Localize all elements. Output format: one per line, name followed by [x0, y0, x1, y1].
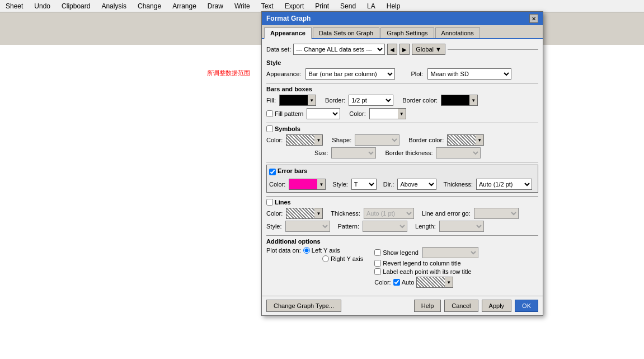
- apply-button[interactable]: Apply: [482, 300, 512, 312]
- dataset-label: Data set:: [266, 46, 291, 53]
- lines-checkbox[interactable]: [266, 199, 273, 206]
- menu-export[interactable]: Export: [279, 1, 310, 11]
- bars-color-picker[interactable]: ▼: [369, 108, 406, 119]
- dataset-select[interactable]: --- Change ALL data sets ---: [293, 44, 385, 55]
- ok-button[interactable]: OK: [515, 300, 538, 312]
- border-select[interactable]: 1/2 pt 1 pt 2 pt: [349, 95, 393, 106]
- lines-pattern-select[interactable]: [363, 221, 407, 232]
- menu-la[interactable]: LA: [361, 1, 381, 11]
- lines-thickness-select[interactable]: Auto (1 pt): [364, 208, 414, 219]
- left-y-radio[interactable]: [303, 247, 310, 254]
- menu-draw[interactable]: Draw: [202, 1, 229, 11]
- menu-clipboard[interactable]: Clipboard: [56, 1, 96, 11]
- tab-appearance[interactable]: Appearance: [264, 27, 312, 39]
- sym-color-label: Color:: [266, 137, 283, 143]
- eb-thickness-select[interactable]: Auto (1/2 pt) Auto (1 pt) 1/2 pt: [476, 179, 532, 190]
- fill-color-arrow[interactable]: ▼: [308, 95, 316, 105]
- label-each-point-checkbox[interactable]: [374, 268, 381, 275]
- sym-shape-select[interactable]: [355, 134, 399, 146]
- revert-legend-checkbox-label[interactable]: Revert legend to column title: [374, 260, 478, 267]
- color-label-additional: Color:: [374, 279, 391, 286]
- tab-annotations[interactable]: Annotations: [435, 27, 480, 38]
- cancel-button[interactable]: Cancel: [444, 300, 478, 312]
- dataset-next-button[interactable]: ▶: [399, 44, 410, 55]
- plot-select[interactable]: Mean with SD Mean with SEM Mean with 95%…: [427, 68, 511, 80]
- label-each-point-checkbox-label[interactable]: Label each point with its row title: [374, 268, 478, 275]
- additional-color-picker[interactable]: ▼: [416, 277, 453, 288]
- right-y-radio[interactable]: [322, 255, 329, 262]
- right-y-radio-label[interactable]: Right Y axis: [322, 255, 363, 262]
- menu-undo[interactable]: Undo: [29, 1, 56, 11]
- additional-color-arrow[interactable]: ▼: [445, 277, 453, 287]
- lines-color-arrow[interactable]: ▼: [314, 208, 322, 218]
- error-bars-checkbox-label[interactable]: Error bars: [269, 167, 307, 176]
- bars-color-swatch[interactable]: [370, 109, 398, 119]
- lines-color-picker[interactable]: ▼: [286, 208, 323, 219]
- menu-print[interactable]: Print: [309, 1, 335, 11]
- eb-dir-select[interactable]: Above Below Both: [397, 179, 436, 190]
- symbols-checkbox-label[interactable]: Symbols: [266, 125, 538, 132]
- global-button[interactable]: Global ▼: [412, 44, 445, 55]
- eb-color-swatch[interactable]: [289, 179, 317, 189]
- menu-send[interactable]: Send: [335, 1, 361, 11]
- fill-pattern-select[interactable]: [307, 108, 340, 119]
- menu-write[interactable]: Write: [229, 1, 256, 11]
- auto-checkbox-label[interactable]: Auto: [393, 279, 415, 286]
- bars-color-arrow[interactable]: ▼: [398, 109, 406, 119]
- border-color-arrow[interactable]: ▼: [469, 95, 477, 105]
- dialog-title-text: Format Graph: [266, 15, 311, 22]
- tab-data-sets[interactable]: Data Sets on Graph: [313, 27, 379, 38]
- change-graph-type-button[interactable]: Change Graph Type...: [266, 300, 341, 312]
- left-y-label: Left Y axis: [312, 247, 340, 254]
- sym-size-select[interactable]: [331, 147, 376, 158]
- menu-help[interactable]: Help: [381, 1, 406, 11]
- menu-text[interactable]: Text: [256, 1, 279, 11]
- border-color-picker[interactable]: ▼: [441, 95, 478, 106]
- sym-color-picker[interactable]: ▼: [286, 134, 323, 146]
- menu-analysis[interactable]: Analysis: [96, 1, 132, 11]
- revert-legend-checkbox[interactable]: [374, 260, 381, 267]
- lines-checkbox-label[interactable]: Lines: [266, 199, 538, 206]
- sym-border-color-arrow[interactable]: ▼: [476, 135, 483, 145]
- show-legend-checkbox-label[interactable]: Show legend: [374, 247, 478, 258]
- fill-pattern-checkbox[interactable]: [266, 110, 273, 117]
- eb-color-picker[interactable]: ▼: [289, 179, 326, 190]
- additional-color-swatch[interactable]: [417, 277, 445, 287]
- sym-border-color-label: Border color:: [408, 137, 444, 143]
- menu-sheet[interactable]: Sheet: [0, 1, 29, 11]
- lines-thickness-label: Thickness:: [331, 210, 360, 217]
- lines-color-swatch[interactable]: [286, 208, 314, 218]
- fill-pattern-checkbox-label[interactable]: Fill pattern: [266, 110, 303, 117]
- sym-color-swatch[interactable]: [286, 135, 314, 145]
- auto-checkbox[interactable]: [393, 279, 400, 286]
- fill-color-picker[interactable]: ▼: [279, 95, 316, 106]
- left-y-radio-label[interactable]: Left Y axis: [303, 247, 340, 254]
- eb-style-select[interactable]: T |: [351, 179, 377, 190]
- lines-style-select[interactable]: [285, 221, 330, 232]
- dialog-close-button[interactable]: ✕: [529, 14, 538, 23]
- revert-legend-label: Revert legend to column title: [383, 260, 460, 267]
- tab-graph-settings[interactable]: Graph Settings: [380, 27, 434, 38]
- sym-color-arrow[interactable]: ▼: [314, 135, 322, 145]
- appearance-select[interactable]: Bar (one bar per column): [305, 68, 395, 80]
- eb-color-arrow[interactable]: ▼: [317, 179, 325, 189]
- menu-arrange[interactable]: Arrange: [167, 1, 202, 11]
- sym-border-color-picker[interactable]: ▼: [447, 134, 484, 146]
- fill-color-swatch[interactable]: [280, 95, 308, 105]
- dataset-prev-button[interactable]: ◀: [387, 44, 397, 55]
- lines-error-select[interactable]: [474, 208, 519, 219]
- sym-border-thick-select[interactable]: [436, 147, 481, 158]
- legend-select[interactable]: [422, 247, 478, 258]
- symbols-row1: Color: ▼ Shape: Border color: ▼: [266, 134, 538, 146]
- error-bars-checkbox[interactable]: [269, 169, 276, 175]
- sym-border-color-swatch[interactable]: [448, 135, 476, 145]
- dialog-titlebar: Format Graph ✕: [262, 12, 543, 25]
- additional-options-section: Additional options Plot data on: Left Y …: [266, 238, 538, 288]
- symbols-checkbox[interactable]: [266, 125, 273, 132]
- lines-length-select[interactable]: [439, 221, 484, 232]
- menu-change[interactable]: Change: [132, 1, 167, 11]
- eb-dir-label: Dir.:: [383, 181, 394, 188]
- help-button[interactable]: Help: [414, 300, 441, 312]
- show-legend-checkbox[interactable]: [374, 249, 381, 256]
- border-color-swatch[interactable]: [441, 95, 469, 105]
